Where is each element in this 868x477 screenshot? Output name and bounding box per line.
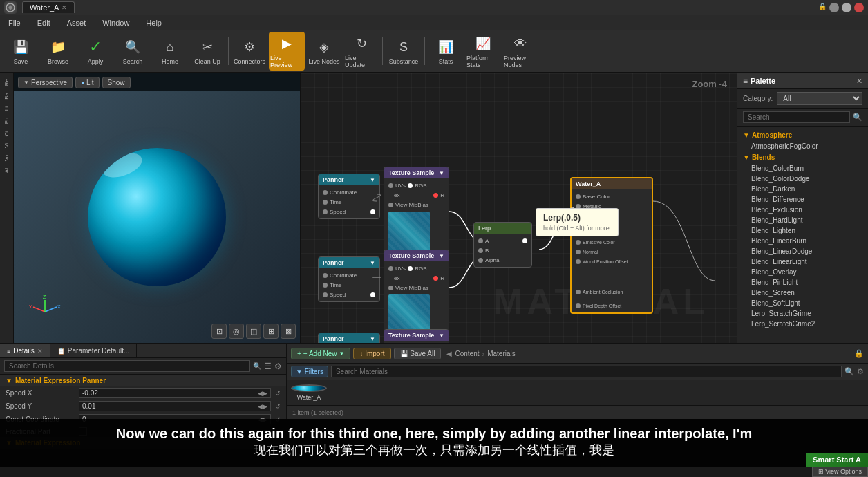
toolbar: 💾 Save 📁 Browse ✓ Apply 🔍 Search ⌂ Home … [0,30,868,73]
menu-edit[interactable]: Edit [35,17,53,28]
texture-sample-node-3[interactable]: Texture Sample ▼ UVsRGB TexR View MipBia… [384,329,449,343]
stats-button[interactable]: 📊 Stats [428,32,464,71]
maximize-button[interactable] [842,3,851,12]
palette-list[interactable]: ▼ Atmosphere AtmosphericFogColor ▼ Blend… [737,127,868,343]
cleanup-button[interactable]: ✂ Clean Up [189,32,225,71]
browse-button[interactable]: 📁 Browse [40,32,76,71]
details-options-icon[interactable]: ⚙ [274,362,282,371]
platform-stats-button[interactable]: 📈 Platform Stats [465,32,501,71]
perspective-button[interactable]: ▼ Perspective [18,77,73,88]
live-preview-button[interactable]: ▶ Live Preview [269,32,305,71]
palette-search-input[interactable] [743,111,850,123]
left-tab-ba[interactable]: Ba [2,90,11,102]
content-search-input[interactable] [331,366,842,377]
speedx-reset[interactable]: ↺ [275,390,281,397]
content-settings-icon[interactable]: ⚙ [857,367,864,376]
palette-category-select[interactable]: All [777,92,862,105]
subtitle-english: Now we can do this again for this third … [21,424,847,442]
view-options-button[interactable]: ⊞ View Options [812,466,868,477]
menu-window[interactable]: Window [100,17,132,28]
details-tab-details[interactable]: ≡ Details ✕ [0,344,50,357]
preview-nodes-button[interactable]: 👁 Preview Nodes [502,32,538,71]
palette-close-button[interactable]: ✕ [856,77,862,86]
vp-ctrl-5[interactable]: ⊠ [281,324,296,339]
left-tab-li[interactable]: Li [2,104,11,113]
left-tab-re[interactable]: Re [2,76,11,88]
zoom-label: Zoom -4 [692,79,727,89]
left-tab-fo[interactable]: Fo [2,115,11,127]
palette-item-blend-colordodge[interactable]: Blend_ColorDodge [737,174,868,184]
palette-item-blend-exclusion[interactable]: Blend_Exclusion [737,205,868,215]
water-a-node[interactable]: Water_A Base Color Metallic Specular Rou… [570,177,653,314]
palette-item-blend-difference[interactable]: Blend_Difference [737,194,868,205]
add-new-button[interactable]: + + Add New ▼ [291,348,350,359]
import-button[interactable]: ↓ Import [353,348,390,359]
close-button[interactable] [854,3,864,12]
vp-ctrl-4[interactable]: ⊞ [263,324,279,339]
panner-node-3[interactable]: Panner ▼ Coordinate Time Speed [318,333,380,343]
details-list-icon[interactable]: ☰ [264,362,272,371]
node-editor[interactable]: Zoom -4 MATERIAL Panner ▼ [301,73,737,343]
palette-section-atmosphere[interactable]: ▼ Atmosphere [737,129,868,141]
details-tab-params[interactable]: 📋 Parameter Default... [50,344,137,357]
palette-item-blend-pinlight[interactable]: Blend_PinLight [737,277,868,288]
speedy-reset[interactable]: ↺ [275,403,281,410]
minimize-button[interactable] [829,3,839,12]
palette-item-blend-hardlight[interactable]: Blend_HardLight [737,215,868,225]
left-tab-ci[interactable]: Ci [2,129,11,140]
palette-item-blend-darken[interactable]: Blend_Darken [737,184,868,194]
palette-item-blend-softlight[interactable]: Blend_SoftLight [737,298,868,308]
svg-line-1 [45,307,57,312]
menu-file[interactable]: File [6,17,23,28]
palette-item-blend-screen[interactable]: Blend_Screen [737,288,868,298]
home-button[interactable]: ⌂ Home [152,32,188,71]
speedx-input[interactable]: -0.02 ◀▶ [79,388,271,398]
palette-search-row: 🔍 [737,109,868,127]
details-section-panner: ▼ Material Expression Panner [0,375,286,386]
title-bar-controls: 🔒 [818,3,864,12]
left-tab-vi[interactable]: Vi [2,140,11,151]
details-search-input[interactable] [4,360,250,372]
vp-ctrl-2[interactable]: ◎ [229,324,244,339]
vp-ctrl-3[interactable]: ◫ [246,324,261,339]
palette-item-lerp-scratchgrime2[interactable]: Lerp_ScratchGrime2 [737,319,868,329]
speedy-input[interactable]: 0.01 ◀▶ [79,401,271,411]
viewport-3d[interactable]: ▼ Perspective ● Lit Show X Y Z [14,73,301,343]
apply-button[interactable]: ✓ Apply [77,32,113,71]
menu-help[interactable]: Help [143,17,164,28]
connectors-button[interactable]: ⚙ Connectors [232,32,267,71]
live-update-icon: ↻ [352,34,371,53]
palette-item-blend-linearburn[interactable]: Blend_LinearBurn [737,236,868,246]
save-button[interactable]: 💾 Save [3,32,39,71]
save-all-button[interactable]: 💾 Save All [394,348,442,359]
menu-asset[interactable]: Asset [64,17,89,28]
tab-close-icon[interactable]: ✕ [62,4,67,11]
palette-item-blend-overlay[interactable]: Blend_Overlay [737,267,868,277]
panner-node-2[interactable]: Panner ▼ Coordinate Time Speed [318,256,380,302]
vp-ctrl-1[interactable]: ⊡ [211,324,227,339]
palette-category-label: Category: [743,95,773,102]
show-label: Show [108,79,125,86]
live-nodes-button[interactable]: ◈ Live Nodes [306,32,342,71]
palette-item-blend-linearlight[interactable]: Blend_LinearLight [737,256,868,267]
asset-water-a[interactable]: Water_A [287,380,331,405]
substance-button[interactable]: S Substance [386,32,422,71]
details-tab-close[interactable]: ✕ [37,348,43,355]
smart-start-badge: Smart Start A [806,453,868,467]
palette-item-lerp-scratchgrime[interactable]: Lerp_ScratchGrime [737,308,868,319]
search-button[interactable]: 🔍 Search [115,32,151,71]
left-tab-vo[interactable]: Vo [2,152,11,164]
left-tab-al[interactable]: Al [2,165,11,176]
show-button[interactable]: Show [102,77,131,88]
palette-item-blend-colorburn[interactable]: Blend_ColorBurn [737,163,868,174]
lerp-node[interactable]: Lerp A B Alpha [473,222,532,268]
filters-button[interactable]: ▼ Filters [291,366,328,377]
palette-item-blend-lineardodge[interactable]: Blend_LinearDodge [737,246,868,256]
palette-item-blend-lighten[interactable]: Blend_Lighten [737,225,868,236]
panner-node-1[interactable]: Panner ▼ Coordinate Time Speed [318,174,380,219]
lit-button[interactable]: ● Lit [75,77,99,88]
palette-section-blends[interactable]: ▼ Blends [737,151,868,163]
tab-water-a[interactable]: Water_A ✕ [22,1,75,13]
live-update-button[interactable]: ↻ Live Update [343,32,379,71]
palette-item-atmospheric-fog-color[interactable]: AtmosphericFogColor [737,141,868,151]
